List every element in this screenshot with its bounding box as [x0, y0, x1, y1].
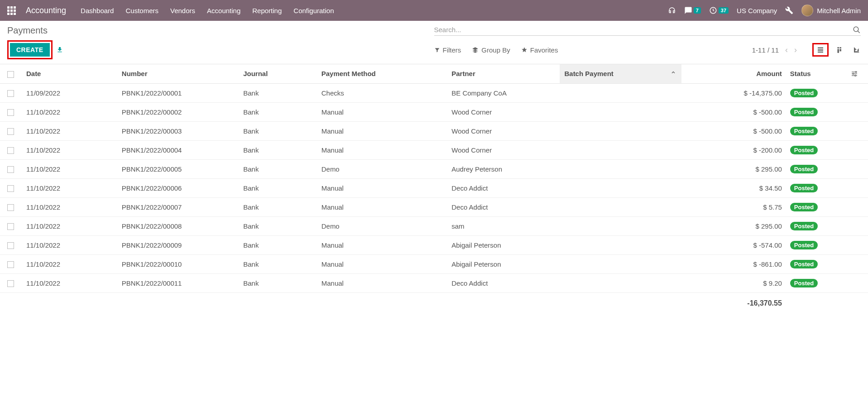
row-checkbox[interactable] [7, 280, 14, 287]
cell-partner: Wood Corner [447, 102, 560, 121]
apps-icon[interactable] [7, 6, 16, 15]
table-row[interactable]: 11/10/2022 PBNK1/2022/00009 Bank Manual … [0, 235, 868, 254]
sliders-icon [851, 70, 858, 77]
nav-configuration[interactable]: Configuration [293, 7, 334, 14]
cell-number: PBNK1/2022/00002 [117, 102, 239, 121]
cell-journal: Bank [239, 140, 317, 159]
svg-rect-8 [837, 49, 839, 53]
table-row[interactable]: 11/10/2022 PBNK1/2022/00007 Bank Manual … [0, 197, 868, 216]
cell-partner: sam [447, 216, 560, 235]
col-partner[interactable]: Partner [447, 64, 560, 83]
cell-number: PBNK1/2022/00005 [117, 159, 239, 178]
list-view-button[interactable] [812, 43, 829, 57]
cell-amount: $ -574.00 [681, 235, 786, 254]
pager-prev-icon[interactable]: ‹ [785, 45, 788, 55]
row-checkbox[interactable] [7, 147, 14, 154]
cell-status: Posted [786, 216, 846, 235]
cell-journal: Bank [239, 121, 317, 140]
debug-icon[interactable] [785, 6, 793, 14]
favorites-label: Favorites [530, 46, 558, 54]
cell-amount: $ 34.50 [681, 178, 786, 197]
app-brand[interactable]: Accounting [26, 6, 66, 15]
cell-batch [560, 254, 681, 273]
search-input[interactable] [434, 26, 861, 34]
table-row[interactable]: 11/10/2022 PBNK1/2022/00003 Bank Manual … [0, 121, 868, 140]
filters-button[interactable]: Filters [434, 46, 461, 54]
kanban-view-button[interactable] [837, 46, 844, 54]
page-title: Payments [7, 25, 434, 36]
cell-batch [560, 102, 681, 121]
row-checkbox[interactable] [7, 90, 14, 97]
table-row[interactable]: 11/10/2022 PBNK1/2022/00002 Bank Manual … [0, 102, 868, 121]
star-icon [521, 47, 528, 53]
status-badge: Posted [790, 108, 818, 116]
row-checkbox[interactable] [7, 204, 14, 211]
row-checkbox[interactable] [7, 261, 14, 268]
row-checkbox[interactable] [7, 223, 14, 230]
col-journal[interactable]: Journal [239, 64, 317, 83]
table-row[interactable]: 11/10/2022 PBNK1/2022/00004 Bank Manual … [0, 140, 868, 159]
col-options[interactable] [846, 64, 868, 83]
cell-journal: Bank [239, 235, 317, 254]
row-checkbox[interactable] [7, 128, 14, 135]
col-status[interactable]: Status [786, 64, 846, 83]
nav-reporting[interactable]: Reporting [252, 7, 282, 14]
search-icon[interactable] [853, 26, 861, 34]
svg-point-1 [854, 27, 858, 32]
cell-method: Manual [317, 235, 447, 254]
nav-accounting[interactable]: Accounting [207, 7, 240, 14]
kanban-icon [837, 46, 844, 54]
table-row[interactable]: 11/10/2022 PBNK1/2022/00011 Bank Manual … [0, 273, 868, 292]
pager-next-icon[interactable]: › [794, 45, 797, 55]
row-checkbox[interactable] [7, 109, 14, 116]
cell-partner: Deco Addict [447, 273, 560, 292]
col-batch-payment[interactable]: Batch Payment [560, 64, 681, 83]
cell-method: Demo [317, 159, 447, 178]
export-icon[interactable] [56, 46, 63, 53]
cell-amount: $ 5.75 [681, 197, 786, 216]
status-badge: Posted [790, 146, 818, 154]
cell-partner: Abigail Peterson [447, 254, 560, 273]
cell-method: Checks [317, 83, 447, 102]
col-number[interactable]: Number [117, 64, 239, 83]
graph-view-button[interactable] [853, 46, 861, 53]
total-amount: -16,370.55 [681, 292, 786, 314]
view-switcher [812, 43, 861, 57]
messages-icon[interactable]: 7 [684, 6, 701, 14]
groupby-button[interactable]: Group By [472, 46, 510, 54]
col-amount[interactable]: Amount [681, 64, 786, 83]
nav-customers[interactable]: Customers [125, 7, 158, 14]
nav-dashboard[interactable]: Dashboard [81, 7, 114, 14]
cell-number: PBNK1/2022/00001 [117, 83, 239, 102]
support-icon[interactable] [668, 6, 676, 14]
cell-amount: $ -200.00 [681, 140, 786, 159]
table-row[interactable]: 11/10/2022 PBNK1/2022/00006 Bank Manual … [0, 178, 868, 197]
cell-batch [560, 178, 681, 197]
cell-partner: Wood Corner [447, 140, 560, 159]
cell-amount: $ 295.00 [681, 159, 786, 178]
company-selector[interactable]: US Company [737, 7, 777, 14]
row-checkbox[interactable] [7, 185, 14, 192]
cell-date: 11/10/2022 [22, 197, 117, 216]
col-payment-method[interactable]: Payment Method [317, 64, 447, 83]
cell-number: PBNK1/2022/00009 [117, 235, 239, 254]
select-all-checkbox[interactable] [7, 71, 14, 78]
activities-icon[interactable]: 37 [709, 6, 729, 14]
table-row[interactable]: 11/10/2022 PBNK1/2022/00010 Bank Manual … [0, 254, 868, 273]
cell-status: Posted [786, 254, 846, 273]
create-button[interactable]: CREATE [10, 43, 50, 57]
filters-label: Filters [443, 46, 461, 54]
cell-amount: $ 295.00 [681, 216, 786, 235]
table-row[interactable]: 11/10/2022 PBNK1/2022/00008 Bank Demo sa… [0, 216, 868, 235]
table-row[interactable]: 11/09/2022 PBNK1/2022/00001 Bank Checks … [0, 83, 868, 102]
user-menu[interactable]: Mitchell Admin [801, 5, 861, 16]
row-checkbox[interactable] [7, 166, 14, 173]
table-row[interactable]: 11/10/2022 PBNK1/2022/00005 Bank Demo Au… [0, 159, 868, 178]
nav-vendors[interactable]: Vendors [170, 7, 195, 14]
col-date[interactable]: Date [22, 64, 117, 83]
cell-partner: BE Company CoA [447, 83, 560, 102]
pager-value[interactable]: 1-11 / 11 [752, 46, 779, 54]
messages-badge: 7 [694, 7, 701, 14]
row-checkbox[interactable] [7, 242, 14, 249]
favorites-button[interactable]: Favorites [521, 46, 558, 54]
